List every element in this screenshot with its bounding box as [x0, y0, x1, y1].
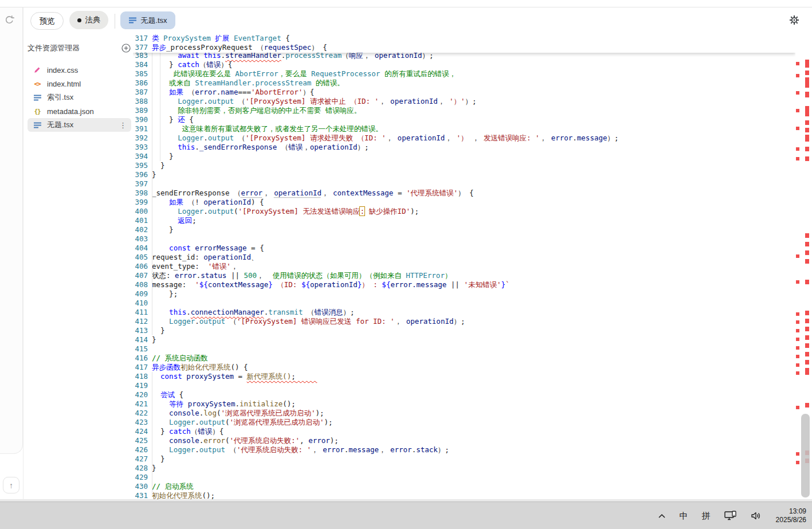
code-line-426[interactable]: 426 Logger.output （'代理系统启动失败: '， error.m… [133, 445, 449, 454]
code-text: } [152, 335, 156, 344]
code-line-403[interactable]: 403 [133, 234, 152, 244]
code-text: } catch（错误）{ [152, 60, 232, 69]
error-mark [805, 250, 809, 255]
code-line-397[interactable]: 397 [133, 179, 152, 189]
error-mark [796, 74, 799, 77]
error-mark [805, 233, 809, 238]
code-line-416[interactable]: 416// 系统启动函数 [133, 354, 208, 363]
code-line-423[interactable]: 423 Logger.output('浏览器代理系统已成功启动'); [133, 418, 333, 427]
code-line-400[interactable]: 400 Logger.output('[ProxySystem] 无法发送错误响… [133, 207, 419, 216]
code-line-396[interactable]: 396} [133, 170, 156, 179]
code-line-411[interactable]: 411 this.connectionManager.transmit （错误消… [133, 308, 355, 317]
error-mark [805, 106, 809, 116]
code-line-419[interactable]: 419 [133, 381, 152, 390]
file-item-suoyin-tsx[interactable]: 索引.tsx [28, 91, 131, 104]
code-line-395[interactable]: 395 } [133, 161, 165, 170]
code-line-429[interactable]: 429 [133, 473, 152, 482]
code-line-417[interactable]: 417异步函数初始化代理系统() { [133, 363, 248, 372]
code-text: 类 ProxySystem 扩展 EventTarget { [152, 34, 290, 42]
code-line-406[interactable]: 406event_type: '错误'， [133, 262, 238, 271]
add-file-button[interactable] [121, 43, 131, 53]
code-line-430[interactable]: 430// 启动系统 [133, 482, 194, 491]
line-number: 407 [133, 271, 148, 280]
error-mark [805, 335, 809, 340]
scroll-to-top-button[interactable]: ↑ [3, 477, 19, 493]
code-line-402[interactable]: 402 } [133, 225, 174, 234]
code-line-391[interactable]: 391 这意味着所有重试都失败了，或者发生了另一个未处理的错误。 [133, 124, 383, 134]
code-line-392[interactable]: 392 Logger.output （'[ProxySystem] 请求处理失败… [133, 134, 619, 143]
speaker-icon[interactable] [751, 511, 762, 520]
tab-preview[interactable]: 预览 [30, 12, 64, 30]
file-more-menu-button[interactable]: ⋮ [118, 122, 128, 129]
taskbar-clock[interactable]: 13:09 2025/8/26 [776, 507, 806, 524]
code-text: this._sendErrorResponse （错误，operationId）… [152, 143, 369, 151]
code-line-410[interactable]: 410 [133, 299, 152, 308]
file-item-index-html[interactable]: <> index.html [28, 77, 131, 91]
code-line-415[interactable]: 415 [133, 344, 152, 354]
code-line-408[interactable]: 408message: '${contextMessage} （ID: ${op… [133, 280, 510, 289]
braces-icon: {} [33, 108, 41, 115]
tray-chevron-button[interactable] [658, 514, 666, 519]
plus-circle-icon [121, 44, 131, 53]
code-line-414[interactable]: 414} [133, 335, 156, 344]
code-text: _sendErrorResponse （error， operationId， … [152, 189, 474, 197]
refresh-button[interactable] [2, 14, 16, 28]
code-line-425[interactable]: 425 console.error('代理系统启动失败:', error); [133, 436, 339, 445]
error-mark [805, 343, 809, 348]
refresh-icon [4, 15, 15, 28]
sticky-scroll-header[interactable]: 317类 ProxySystem 扩展 EventTarget {377异步_p… [133, 32, 795, 53]
code-line-424[interactable]: 424 } catch（错误）{ [133, 427, 223, 436]
code-text: } [152, 326, 165, 335]
code-line-394[interactable]: 394 } [133, 152, 174, 161]
code-line-388[interactable]: 388 Logger.output （'[ProxySystem] 请求被中止 … [133, 97, 477, 106]
code-line-428[interactable]: 428} [133, 464, 156, 473]
code-line-409[interactable]: 409 }; [133, 289, 178, 299]
code-line-393[interactable]: 393 this._sendErrorResponse （错误，operatio… [133, 143, 369, 152]
file-item-metadata-json[interactable]: {} metadata.json [28, 104, 131, 118]
error-mark [805, 368, 809, 375]
ime-mode-button[interactable]: 拼 [702, 511, 711, 522]
code-line-399[interactable]: 399 如果 （! operationId) { [133, 198, 264, 207]
code-line-421[interactable]: 421 等待 proxySystem.initialize(); [133, 399, 296, 409]
code-text: event_type: '错误'， [152, 262, 238, 271]
code-line-427[interactable]: 427 } [133, 454, 165, 464]
code-text: Logger.output （'[ProxySystem] 请求被中止 （ID:… [152, 97, 477, 105]
file-name: index.css [47, 66, 128, 75]
active-dot-icon [77, 18, 81, 22]
line-number: 410 [133, 299, 148, 308]
network-display-icon[interactable] [724, 511, 737, 521]
code-line-389[interactable]: 389 除非特别需要，否则客户端启动的中止不需要 错误响应。 [133, 106, 361, 115]
code-text: 等待 proxySystem.initialize(); [152, 399, 296, 408]
code-line-401[interactable]: 401 返回; [133, 216, 197, 225]
tab-code[interactable]: 法典 [69, 11, 108, 29]
line-number: 395 [133, 161, 148, 170]
code-line-377[interactable]: 377异步_processProxyRequest （requestSpec） … [133, 43, 327, 52]
code-line-420[interactable]: 420 尝试 { [133, 390, 183, 399]
code-line-413[interactable]: 413 } [133, 326, 165, 335]
settings-button[interactable] [788, 15, 801, 28]
code-line-431[interactable]: 431初始化代理系统(); [133, 491, 215, 499]
code-line-385[interactable]: 385 此错误现在要么是 AbortError，要么是 RequestProce… [133, 69, 456, 79]
error-mark [796, 127, 799, 130]
open-file-tab[interactable]: 无题.tsx [120, 11, 175, 29]
code-line-390[interactable]: 390 } 还 { [133, 115, 194, 124]
code-line-386[interactable]: 386 或来自 StreamHandler.processStream 的错误。 [133, 79, 344, 88]
file-item-wuti-tsx[interactable]: 无题.tsx ⋮ [28, 118, 131, 132]
error-mark [796, 280, 799, 284]
code-line-404[interactable]: 404 const errorMessage = { [133, 244, 264, 253]
code-line-398[interactable]: 398_sendErrorResponse （error， operationI… [133, 189, 474, 198]
code-line-418[interactable]: 418 const proxySystem = 新代理系统(); [133, 372, 317, 381]
code-line-407[interactable]: 407状态: error.status || 500， 使用错误的状态（如果可用… [133, 271, 452, 280]
code-line-422[interactable]: 422 console.log('浏览器代理系统已成功启动'); [133, 409, 324, 418]
code-line-412[interactable]: 412 Logger.output （'[ProxySystem] 错误响应已发… [133, 317, 465, 326]
code-editor[interactable]: 383 await this.streamHandler.processStre… [133, 32, 795, 499]
file-item-index-css[interactable]: index.css [28, 63, 131, 77]
error-mark [805, 135, 809, 142]
code-brackets-icon: <> [33, 80, 41, 88]
code-line-317[interactable]: 317类 ProxySystem 扩展 EventTarget { [133, 34, 290, 43]
code-line-384[interactable]: 384 } catch（错误）{ [133, 60, 232, 69]
vertical-scrollbar[interactable] [801, 414, 810, 497]
error-mark [805, 352, 809, 356]
ime-language-button[interactable]: 中 [680, 511, 688, 522]
file-explorer: 文件资源管理器 index.css <> index.html 索引.tsx [28, 40, 131, 132]
